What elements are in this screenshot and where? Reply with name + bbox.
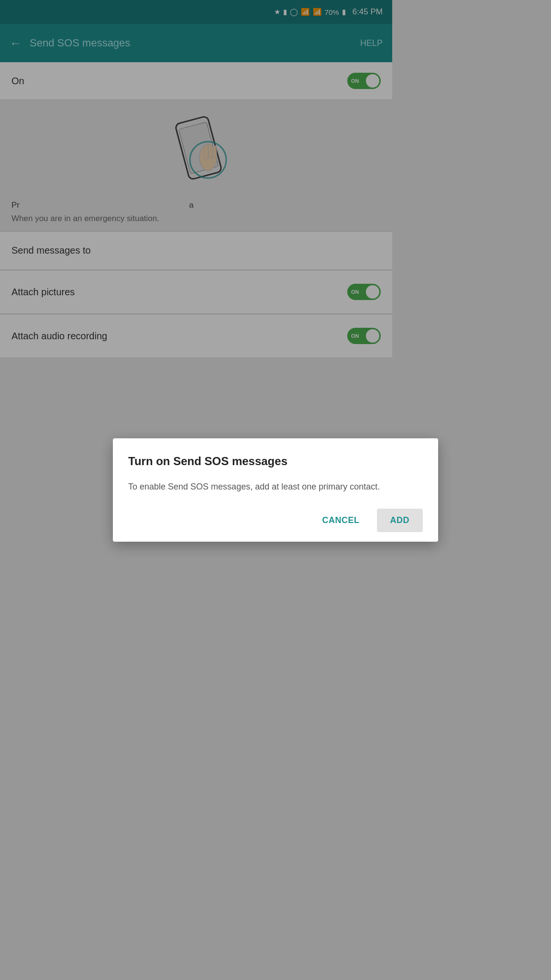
dialog-body: To enable Send SOS messages, add at leas… bbox=[128, 480, 392, 494]
dialog-overlay: Turn on Send SOS messages To enable Send… bbox=[0, 0, 392, 718]
sos-dialog: Turn on Send SOS messages To enable Send… bbox=[113, 438, 392, 542]
dialog-buttons: CANCEL ADD bbox=[128, 509, 392, 532]
cancel-button[interactable]: CANCEL bbox=[309, 509, 373, 532]
dialog-title: Turn on Send SOS messages bbox=[128, 454, 392, 468]
add-button[interactable]: ADD bbox=[377, 509, 393, 532]
